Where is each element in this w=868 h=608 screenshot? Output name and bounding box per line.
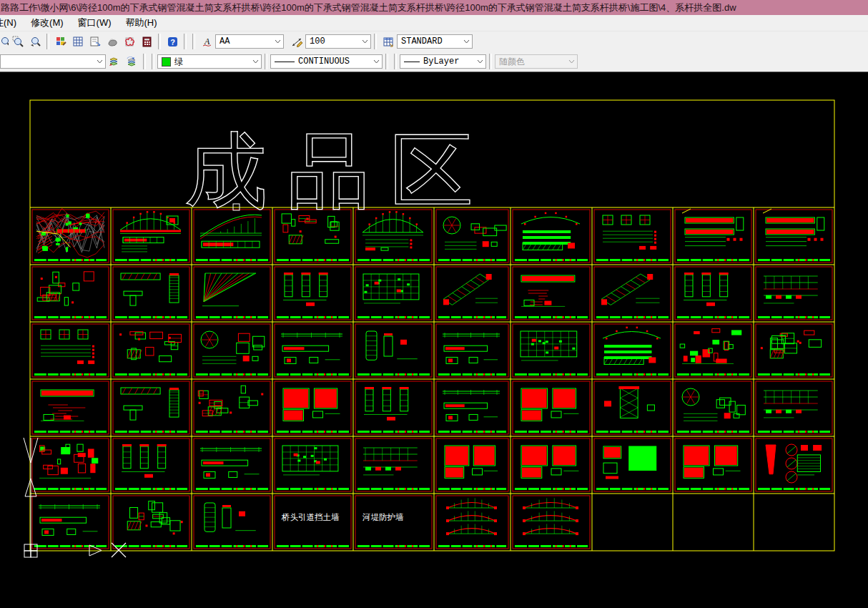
linetype-combo[interactable]: CONTINUOUS	[270, 54, 383, 69]
menu-dimension[interactable]: 标注(N)	[0, 16, 24, 29]
drawing-area[interactable]: 桥头引道挡土墙河堤防护墙成品区	[0, 72, 868, 608]
layer-previous-icon[interactable]	[124, 54, 139, 69]
drawing-cell-r5c9[interactable]	[675, 438, 751, 491]
drawing-cell-r5c4[interactable]	[275, 438, 351, 491]
toolbar-separator	[46, 34, 49, 49]
calculator-icon[interactable]	[139, 34, 154, 49]
drawing-cell-r1c4[interactable]	[275, 210, 351, 263]
drawing-cell-r6c5[interactable]: 河堤防护墙	[355, 496, 432, 549]
toolbar-handle	[143, 54, 146, 69]
drawing-cell-r4c6[interactable]	[436, 381, 508, 434]
white-overlay-marks	[24, 204, 240, 557]
drawing-cell-r6c1[interactable]	[32, 496, 109, 549]
named-views-icon[interactable]	[87, 34, 103, 49]
zoom-previous-icon[interactable]	[27, 34, 43, 49]
drawing-cell-r3c6[interactable]	[436, 324, 508, 377]
svg-text:河堤防护墙: 河堤防护墙	[362, 513, 404, 521]
drawing-cell-r3c7[interactable]	[513, 324, 590, 377]
drawing-cell-r1c3[interactable]	[194, 210, 270, 263]
menu-help[interactable]: 帮助(H)	[118, 16, 164, 29]
drawing-cell-r5c7[interactable]	[513, 438, 590, 491]
dim-style-combo[interactable]: 100	[305, 34, 371, 49]
svg-text:?: ?	[170, 37, 175, 46]
zoom-realtime-icon[interactable]	[0, 34, 9, 49]
drawing-cell-r5c5[interactable]	[355, 438, 432, 491]
revision-cloud-icon[interactable]	[122, 34, 137, 49]
drawing-cell-r6c7[interactable]	[513, 496, 590, 549]
drawing-cell-r2c4[interactable]	[275, 267, 351, 320]
big-text-label: 成品区	[184, 124, 493, 217]
drawing-cell-r2c3[interactable]	[194, 267, 270, 320]
drawing-cell-r3c10[interactable]	[756, 324, 832, 377]
drawing-cell-r1c9[interactable]	[675, 209, 751, 263]
drawing-cell-r2c2[interactable]	[113, 267, 189, 320]
drawing-cell-r4c8[interactable]	[594, 381, 671, 434]
drawing-cell-r3c4[interactable]	[275, 324, 351, 377]
drawing-cell-r1c6[interactable]	[436, 210, 508, 263]
table-style-icon[interactable]	[380, 34, 396, 49]
drawing-cell-r4c2[interactable]	[113, 381, 189, 434]
properties-toolbar: 绿 CONTINUOUS ByLayer 随颜色	[0, 52, 868, 72]
drawing-cell-r2c1[interactable]	[32, 267, 109, 320]
toolbar-separator	[374, 34, 377, 49]
toolbar-separator	[158, 34, 161, 49]
drawing-cell-r3c3[interactable]	[194, 324, 270, 377]
drawing-cell-r2c6[interactable]	[436, 267, 508, 320]
drawing-cell-r6c3[interactable]	[194, 496, 270, 549]
drawing-cell-r4c4[interactable]	[275, 381, 351, 434]
toolbar-separator	[489, 54, 492, 69]
text-style-combo[interactable]: AA	[215, 34, 284, 49]
menu-window[interactable]: 窗口(W)	[71, 16, 119, 29]
drawing-cell-r5c3[interactable]	[194, 438, 270, 491]
help-icon[interactable]: ?	[164, 34, 180, 49]
drawing-cell-r1c10[interactable]	[756, 209, 832, 263]
toolbar-handle	[385, 54, 388, 69]
drawing-cell-r3c8[interactable]	[594, 324, 671, 377]
drawing-cell-r2c8[interactable]	[594, 267, 671, 320]
drawing-cell-r6c2[interactable]	[113, 496, 189, 549]
render-icon[interactable]	[104, 34, 120, 49]
lineweight-preview	[404, 62, 420, 62]
menu-modify[interactable]: 修改(M)	[24, 16, 71, 29]
toolbar-handle	[394, 54, 397, 69]
drawing-cell-r5c8[interactable]	[594, 438, 671, 491]
drawing-cell-r3c9[interactable]	[675, 324, 751, 377]
zoom-window-icon[interactable]	[10, 34, 26, 49]
drawing-cell-r4c1[interactable]	[32, 381, 109, 434]
drawing-cell-r5c10[interactable]	[756, 438, 832, 491]
drawing-cell-r1c8[interactable]	[594, 210, 671, 263]
make-object-layer-current-icon[interactable]	[107, 54, 122, 69]
drawing-cell-r4c7[interactable]	[513, 381, 590, 434]
table-style-combo[interactable]: STANDARD	[397, 34, 473, 49]
lineweight-combo[interactable]: ByLayer	[400, 54, 486, 69]
drawing-cell-r6c6[interactable]	[436, 496, 508, 549]
drawing-cell-r1c2[interactable]	[113, 210, 189, 263]
color-swatch-green	[162, 57, 171, 67]
drawing-cell-r2c10[interactable]	[756, 267, 832, 320]
drawing-cell-r5c1[interactable]	[32, 438, 109, 491]
drawing-cell-r2c7[interactable]	[513, 267, 590, 320]
drawing-cell-r3c5[interactable]	[355, 324, 432, 377]
drawing-cell-r4c10[interactable]	[756, 381, 832, 434]
drawing-cell-r2c5[interactable]	[355, 267, 432, 320]
drawing-cell-r4c3[interactable]	[194, 381, 270, 434]
standard-toolbar: ? A AA 100 STANDARD	[0, 31, 868, 52]
layer-properties-icon[interactable]	[70, 34, 86, 49]
cad-drawing: 桥头引道挡土墙河堤防护墙成品区	[0, 72, 868, 608]
drawing-cell-r5c2[interactable]	[113, 438, 189, 491]
drawing-cell-r5c6[interactable]	[436, 438, 508, 491]
text-style-icon[interactable]: A	[199, 34, 214, 49]
drawing-cell-r6c4[interactable]: 桥头引道挡土墙	[275, 496, 351, 549]
drawing-cell-r2c9[interactable]	[675, 267, 751, 320]
drawing-cell-r4c5[interactable]	[355, 381, 432, 434]
dim-style-icon[interactable]	[289, 34, 305, 49]
drawing-cell-r4c9[interactable]	[675, 381, 751, 434]
drawing-cell-r3c2[interactable]	[113, 324, 189, 377]
layer-combo[interactable]	[0, 54, 106, 69]
drawing-cell-r3c1[interactable]	[32, 324, 109, 377]
drawing-cell-r1c7[interactable]	[513, 210, 590, 263]
drawing-cell-r1c1[interactable]	[32, 208, 109, 263]
color-combo[interactable]: 绿	[157, 54, 262, 69]
drawing-cell-r1c5[interactable]	[355, 210, 432, 263]
properties-palette-icon[interactable]	[53, 34, 69, 49]
